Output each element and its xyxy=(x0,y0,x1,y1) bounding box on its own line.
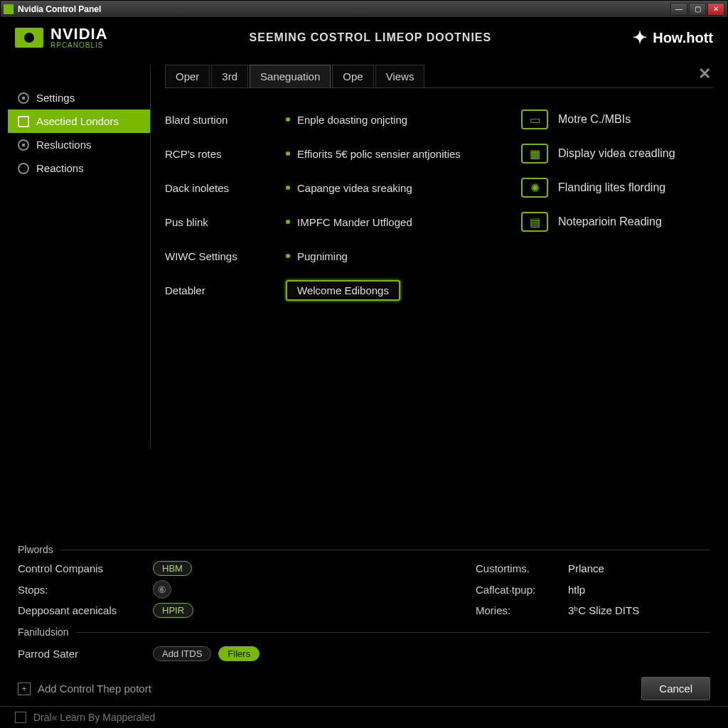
option-label: RCP's rotes xyxy=(165,136,272,171)
quick-card[interactable]: ✺Flanding lites flording xyxy=(521,171,713,205)
target-icon xyxy=(18,139,29,151)
nvidia-eye-icon xyxy=(15,28,43,48)
page-title: SEEMING COSTROL LIMEOP DOOTNIES xyxy=(108,31,633,44)
welcome-row: Welcome Edibongs xyxy=(286,273,507,307)
logo-brand: NVIDIA xyxy=(50,26,108,42)
window-title: Nvidia Control Panel xyxy=(18,4,670,14)
tabs: Oper 3rd Saneguation Ope Views ✕ xyxy=(165,65,713,88)
header-action-label: How.hott xyxy=(653,30,713,46)
option-value[interactable]: Capange videa sreaking xyxy=(286,171,507,205)
sidebar: Settings Asectied Londors Resluctions Re… xyxy=(8,65,150,542)
kv-label: Custortims. xyxy=(476,562,568,574)
sidebar-item-label: Asectied Londors xyxy=(36,115,119,127)
tab-views[interactable]: Views xyxy=(375,65,425,87)
titlebar[interactable]: Nvidia Control Panel — ▢ ✕ xyxy=(1,1,727,18)
bullet-icon xyxy=(286,220,290,224)
add-control-label: Add Control Thep potort xyxy=(38,682,151,695)
option-value[interactable]: Effiorits 5€ polic sensier antjonities xyxy=(286,136,507,171)
header: NVIDIA RPCANOBLIS SEEMING COSTROL LIMEOP… xyxy=(1,18,727,58)
close-button[interactable]: ✕ xyxy=(707,3,724,16)
kv-label: Mories: xyxy=(476,604,568,616)
content: Oper 3rd Saneguation Ope Views ✕ Blard s… xyxy=(151,65,720,542)
option-label: Dack inoletes xyxy=(165,171,272,205)
kv-label: Stops: xyxy=(18,584,153,596)
option-label: Blard sturtion xyxy=(165,102,272,136)
kv-value: 3ᵇC Slize DITS xyxy=(568,604,710,617)
gear-icon xyxy=(18,92,29,104)
app-window: Nvidia Control Panel — ▢ ✕ NVIDIA RPCANO… xyxy=(0,0,728,728)
option-value[interactable]: Enple doasting onjcting xyxy=(286,102,507,136)
option-value[interactable]: IMPFC Mander Utfloged xyxy=(286,205,507,239)
lower-panel: Plwords Control Companis HBM Custortims.… xyxy=(1,542,727,671)
status-icon xyxy=(15,712,26,723)
sidebar-item-label: Resluctions xyxy=(36,139,92,151)
sidebar-item-reactions[interactable]: Reactions xyxy=(8,156,150,180)
section-header: Faniludsion xyxy=(18,626,710,638)
monitor-icon: ▭ xyxy=(521,109,548,129)
body: Settings Asectied Londors Resluctions Re… xyxy=(1,58,727,727)
option-value[interactable]: Pugniming xyxy=(286,239,507,273)
quick-card[interactable]: ▦Display videa creadling xyxy=(521,136,713,171)
nvidia-app-icon xyxy=(4,4,14,14)
quick-card[interactable]: ▤Noteparioin Reading xyxy=(521,205,713,239)
bulb-icon: ✺ xyxy=(521,178,548,198)
bullet-icon xyxy=(286,186,290,190)
files-button[interactable]: Fllers xyxy=(218,646,259,661)
sidebar-item-label: Settings xyxy=(36,92,75,104)
kv-label: Caflcat·tpup: xyxy=(476,584,568,596)
kv-label: Control Companis xyxy=(18,562,153,574)
option-label: WIWC Settings xyxy=(165,239,272,273)
hpir-pill[interactable]: HPIR xyxy=(153,603,193,618)
kv-value: Prlance xyxy=(568,562,710,574)
sidebar-item-label: Reactions xyxy=(36,162,84,174)
quick-card[interactable]: ▭Motre C./MBIs xyxy=(521,102,713,136)
circle-icon xyxy=(18,163,29,174)
logo: NVIDIA RPCANOBLIS xyxy=(15,26,108,49)
bullet-icon xyxy=(286,117,290,122)
bullet-icon xyxy=(286,254,290,258)
tab-3rd[interactable]: 3rd xyxy=(211,65,248,87)
option-label: Pus blink xyxy=(165,205,272,239)
logo-subtitle: RPCANOBLIS xyxy=(50,42,108,49)
minimize-button[interactable]: — xyxy=(670,3,687,16)
kv-label: Parrod Sater xyxy=(18,648,153,660)
statusbar: Dral« Learn By Mapperaled xyxy=(1,706,727,727)
header-action[interactable]: ✦ How.hott xyxy=(633,28,713,48)
bullet-icon xyxy=(286,151,290,156)
close-panel-icon[interactable]: ✕ xyxy=(696,65,713,82)
sidebar-item-resluctions[interactable]: Resluctions xyxy=(8,133,150,156)
hbm-pill[interactable]: HBM xyxy=(153,561,192,576)
note-icon: ▤ xyxy=(521,212,548,232)
sidebar-item-settings[interactable]: Settings xyxy=(8,86,150,109)
maximize-button[interactable]: ▢ xyxy=(689,3,706,16)
status-text: Dral« Learn By Mapperaled xyxy=(33,712,155,723)
tab-ope[interactable]: Ope xyxy=(332,65,373,87)
tab-saneguation[interactable]: Saneguation xyxy=(250,65,331,87)
plus-icon: + xyxy=(18,682,31,695)
tab-oper[interactable]: Oper xyxy=(165,65,210,87)
option-label: Detabler xyxy=(165,273,272,307)
footer: + Add Control Thep potort Cancel xyxy=(1,671,727,706)
stops-icon[interactable]: ⑥ xyxy=(153,580,171,599)
kv-label: Depposant acenicals xyxy=(18,604,153,616)
cancel-button[interactable]: Cancel xyxy=(641,677,710,700)
display-icon: ▦ xyxy=(521,144,548,164)
add-itds-button[interactable]: Add ITDS xyxy=(153,646,211,661)
star-icon: ✦ xyxy=(633,28,647,48)
sidebar-item-asectied[interactable]: Asectied Londors xyxy=(8,109,150,133)
section-header: Plwords xyxy=(18,544,710,555)
kv-value: htlp xyxy=(568,584,710,596)
monitor-icon xyxy=(18,116,29,127)
welcome-button[interactable]: Welcome Edibongs xyxy=(286,280,400,301)
add-control-link[interactable]: + Add Control Thep potort xyxy=(18,682,151,695)
